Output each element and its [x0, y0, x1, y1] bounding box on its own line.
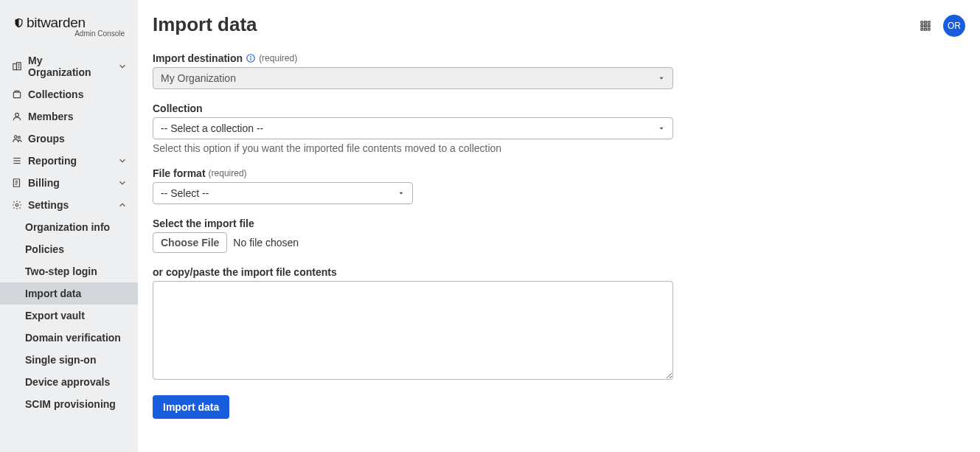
svg-rect-25 — [928, 28, 930, 30]
reporting-icon — [12, 156, 22, 166]
file-label: Select the import file — [153, 218, 254, 229]
member-icon — [12, 111, 22, 122]
paste-textarea[interactable] — [153, 281, 673, 380]
nav-item-label: Collections — [28, 88, 83, 100]
field-collection: Collection -- Select a collection -- Sel… — [153, 102, 965, 154]
settings-subnav: Organization info Policies Two-step logi… — [0, 216, 138, 415]
paste-label: or copy/paste the import file contents — [153, 266, 337, 278]
nav-item-my-organization[interactable]: My Organization — [0, 49, 138, 83]
caret-down-icon — [397, 190, 405, 197]
nav-item-label: Reporting — [28, 155, 77, 167]
svg-point-27 — [251, 56, 251, 57]
field-select-file: Select the import file Choose File No fi… — [153, 218, 965, 253]
subnav-label: Two-step login — [25, 265, 97, 277]
subnav-export-vault[interactable]: Export vault — [0, 305, 138, 327]
destination-value: My Organization — [161, 72, 236, 84]
choose-file-button[interactable]: Choose File — [153, 232, 227, 253]
svg-rect-22 — [928, 25, 930, 27]
required-label: (required) — [209, 168, 247, 178]
nav-item-settings[interactable]: Settings — [0, 194, 138, 216]
subnav-organization-info[interactable]: Organization info — [0, 216, 138, 238]
billing-icon — [12, 178, 22, 188]
destination-select[interactable]: My Organization — [153, 67, 673, 89]
subnav-domain-verification[interactable]: Domain verification — [0, 327, 138, 349]
group-icon — [12, 133, 22, 144]
nav-item-groups[interactable]: Groups — [0, 128, 138, 150]
caret-down-icon — [658, 74, 665, 82]
svg-marker-30 — [660, 128, 664, 130]
logo-block: bitwarden Admin Console — [0, 10, 138, 45]
collection-label: Collection — [153, 102, 203, 114]
field-import-destination: Import destination (required) My Organiz… — [153, 52, 965, 89]
nav-item-label: Settings — [28, 199, 69, 211]
nav-item-label: Members — [28, 111, 73, 122]
subnav-label: Organization info — [25, 221, 110, 233]
subnav-label: Policies — [25, 243, 64, 255]
subnav-label: Export vault — [25, 310, 85, 321]
chevron-down-icon — [117, 178, 128, 188]
subnav-label: Single sign-on — [25, 354, 96, 366]
collection-hint: Select this option if you want the impor… — [153, 142, 965, 154]
svg-point-6 — [15, 113, 19, 117]
subnav-label: SCIM provisioning — [25, 398, 116, 410]
svg-rect-21 — [925, 25, 927, 27]
avatar-initials: OR — [948, 21, 961, 31]
import-data-button[interactable]: Import data — [153, 395, 229, 419]
subnav-scim-provisioning[interactable]: SCIM provisioning — [0, 393, 138, 415]
svg-rect-17 — [921, 21, 923, 24]
main-content: OR Import data Import destination (requi… — [138, 0, 980, 452]
subnav-label: Domain verification — [25, 332, 121, 344]
collection-icon — [12, 89, 22, 100]
header-actions: OR — [920, 15, 965, 37]
nav-item-label: My Organization — [28, 55, 105, 78]
subnav-label: Device approvals — [25, 376, 110, 388]
chevron-down-icon — [117, 61, 128, 72]
brand-name: bitwarden — [27, 15, 86, 31]
apps-grid-icon[interactable] — [920, 20, 931, 32]
nav-item-label: Billing — [28, 177, 60, 189]
svg-marker-29 — [660, 77, 664, 80]
svg-rect-24 — [925, 28, 927, 30]
svg-rect-18 — [925, 21, 927, 24]
nav-item-members[interactable]: Members — [0, 105, 138, 128]
svg-marker-31 — [400, 192, 403, 195]
collection-value: -- Select a collection -- — [161, 122, 263, 134]
svg-rect-19 — [928, 21, 930, 24]
destination-label: Import destination — [153, 52, 243, 64]
collection-select[interactable]: -- Select a collection -- — [153, 117, 673, 139]
svg-rect-20 — [921, 25, 923, 27]
format-select[interactable]: -- Select -- — [153, 182, 413, 204]
nav-item-label: Groups — [28, 133, 65, 145]
svg-point-16 — [15, 204, 18, 206]
org-icon — [12, 61, 22, 72]
field-paste-contents: or copy/paste the import file contents — [153, 266, 965, 382]
svg-point-7 — [15, 136, 18, 139]
info-icon[interactable] — [246, 53, 256, 63]
format-label: File format — [153, 167, 206, 179]
file-status: No file chosen — [233, 237, 299, 248]
format-value: -- Select -- — [161, 187, 209, 199]
svg-rect-0 — [13, 64, 17, 70]
field-file-format: File format (required) -- Select -- — [153, 167, 965, 204]
svg-rect-23 — [921, 28, 923, 30]
nav-list: My Organization Collections Members Grou… — [0, 49, 138, 415]
page-title: Import data — [153, 13, 965, 36]
subnav-device-approvals[interactable]: Device approvals — [0, 371, 138, 393]
subnav-policies[interactable]: Policies — [0, 238, 138, 260]
svg-rect-5 — [13, 92, 20, 98]
caret-down-icon — [658, 125, 665, 132]
shield-icon — [13, 16, 24, 29]
subnav-import-data[interactable]: Import data — [0, 282, 138, 305]
required-label: (required) — [259, 53, 297, 63]
subnav-two-step-login[interactable]: Two-step login — [0, 260, 138, 282]
svg-point-8 — [18, 136, 20, 139]
chevron-up-icon — [117, 200, 128, 210]
chevron-down-icon — [117, 156, 128, 166]
nav-item-billing[interactable]: Billing — [0, 172, 138, 194]
sidebar: bitwarden Admin Console My Organization … — [0, 0, 138, 452]
nav-item-collections[interactable]: Collections — [0, 83, 138, 105]
nav-item-reporting[interactable]: Reporting — [0, 150, 138, 172]
avatar[interactable]: OR — [943, 15, 965, 37]
subnav-single-sign-on[interactable]: Single sign-on — [0, 349, 138, 371]
subnav-label: Import data — [25, 288, 81, 299]
